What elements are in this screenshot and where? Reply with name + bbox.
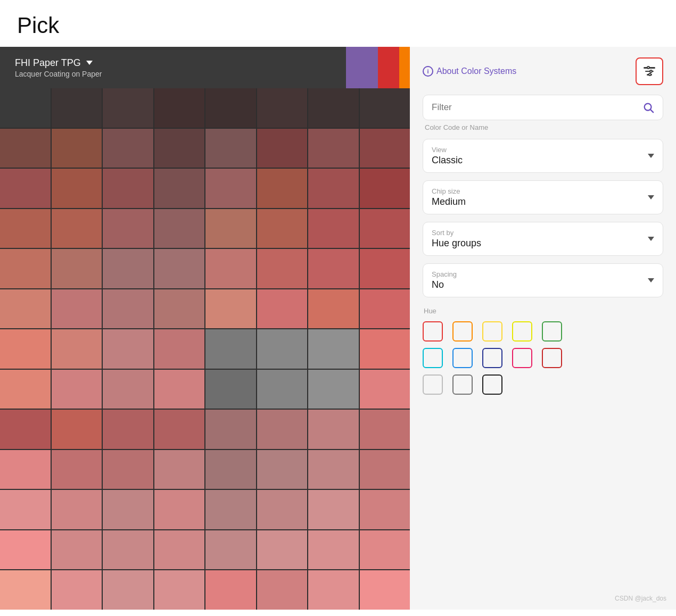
color-cell[interactable] — [103, 249, 153, 288]
color-cell[interactable] — [52, 88, 102, 128]
color-cell[interactable] — [52, 329, 102, 369]
color-cell[interactable] — [154, 329, 205, 369]
color-cell[interactable] — [360, 370, 410, 409]
hue-swatch[interactable] — [452, 348, 473, 368]
hue-swatch[interactable] — [423, 374, 443, 395]
color-cell[interactable] — [154, 289, 205, 329]
color-cell[interactable] — [257, 129, 308, 168]
color-cell[interactable] — [308, 129, 359, 168]
color-cell[interactable] — [0, 570, 51, 610]
hue-swatch[interactable] — [512, 321, 532, 342]
color-cell[interactable] — [154, 570, 205, 610]
color-cell[interactable] — [360, 209, 410, 248]
color-cell[interactable] — [0, 129, 51, 168]
color-cell[interactable] — [154, 169, 205, 208]
color-cell[interactable] — [0, 88, 51, 128]
color-cell[interactable] — [257, 329, 308, 369]
color-cell[interactable] — [103, 370, 153, 409]
color-cell[interactable] — [205, 490, 256, 529]
color-cell[interactable] — [0, 490, 51, 529]
color-cell[interactable] — [0, 329, 51, 369]
color-cell[interactable] — [154, 88, 205, 128]
color-cell[interactable] — [52, 530, 102, 570]
color-cell[interactable] — [103, 530, 153, 570]
color-cell[interactable] — [52, 249, 102, 288]
color-cell[interactable] — [257, 88, 308, 128]
color-cell[interactable] — [360, 289, 410, 329]
color-cell[interactable] — [360, 530, 410, 570]
color-cell[interactable] — [52, 450, 102, 489]
color-cell[interactable] — [360, 129, 410, 168]
color-cell[interactable] — [308, 289, 359, 329]
color-cell[interactable] — [52, 169, 102, 208]
view-dropdown[interactable]: View Classic — [423, 139, 663, 173]
color-cell[interactable] — [52, 490, 102, 529]
color-cell[interactable] — [257, 289, 308, 329]
color-cell[interactable] — [154, 410, 205, 449]
color-cell[interactable] — [257, 370, 308, 409]
color-cell[interactable] — [52, 289, 102, 329]
color-system-bar[interactable]: FHI Paper TPG Lacquer Coating on Paper — [0, 47, 410, 88]
color-cell[interactable] — [257, 530, 308, 570]
color-cell[interactable] — [0, 450, 51, 489]
color-cell[interactable] — [257, 410, 308, 449]
hue-swatch[interactable] — [542, 321, 562, 342]
color-cell[interactable] — [308, 370, 359, 409]
hue-swatch[interactable] — [452, 374, 473, 395]
color-cell[interactable] — [360, 169, 410, 208]
sort-by-dropdown[interactable]: Sort by Hue groups — [423, 222, 663, 256]
color-cell[interactable] — [257, 450, 308, 489]
color-cell[interactable] — [205, 249, 256, 288]
color-cell[interactable] — [154, 370, 205, 409]
color-cell[interactable] — [308, 88, 359, 128]
spacing-dropdown[interactable]: Spacing No — [423, 263, 663, 297]
color-cell[interactable] — [0, 249, 51, 288]
color-cell[interactable] — [154, 209, 205, 248]
color-cell[interactable] — [360, 249, 410, 288]
color-cell[interactable] — [257, 169, 308, 208]
color-cell[interactable] — [308, 209, 359, 248]
color-cell[interactable] — [52, 410, 102, 449]
color-cell[interactable] — [0, 209, 51, 248]
color-cell[interactable] — [103, 88, 153, 128]
hue-swatch[interactable] — [482, 348, 502, 368]
color-cell[interactable] — [360, 490, 410, 529]
color-cell[interactable] — [205, 370, 256, 409]
color-cell[interactable] — [0, 370, 51, 409]
color-cell[interactable] — [205, 530, 256, 570]
color-system-name[interactable]: FHI Paper TPG — [15, 57, 346, 69]
hue-swatch[interactable] — [542, 348, 562, 368]
hue-swatch[interactable] — [482, 374, 502, 395]
hue-swatch[interactable] — [482, 321, 502, 342]
color-cell[interactable] — [308, 570, 359, 610]
color-cell[interactable] — [52, 209, 102, 248]
color-cell[interactable] — [52, 370, 102, 409]
color-cell[interactable] — [205, 410, 256, 449]
color-cell[interactable] — [0, 530, 51, 570]
color-cell[interactable] — [308, 410, 359, 449]
color-cell[interactable] — [0, 289, 51, 329]
color-cell[interactable] — [103, 169, 153, 208]
color-cell[interactable] — [205, 129, 256, 168]
color-cell[interactable] — [154, 530, 205, 570]
color-cell[interactable] — [103, 570, 153, 610]
hue-swatch[interactable] — [423, 348, 443, 368]
color-cell[interactable] — [308, 530, 359, 570]
filter-input[interactable] — [432, 102, 642, 113]
color-cell[interactable] — [103, 289, 153, 329]
color-cell[interactable] — [205, 450, 256, 489]
color-cell[interactable] — [360, 410, 410, 449]
hue-swatch[interactable] — [423, 321, 443, 342]
color-cell[interactable] — [360, 450, 410, 489]
filter-settings-button[interactable] — [636, 57, 663, 85]
color-cell[interactable] — [308, 450, 359, 489]
color-cell[interactable] — [308, 490, 359, 529]
color-cell[interactable] — [103, 450, 153, 489]
color-cell[interactable] — [0, 410, 51, 449]
color-cell[interactable] — [103, 129, 153, 168]
chip-size-dropdown[interactable]: Chip size Medium — [423, 180, 663, 214]
about-color-systems-link[interactable]: i About Color Systems — [423, 66, 516, 77]
color-cell[interactable] — [205, 289, 256, 329]
color-cell[interactable] — [103, 329, 153, 369]
hue-swatch[interactable] — [452, 321, 473, 342]
